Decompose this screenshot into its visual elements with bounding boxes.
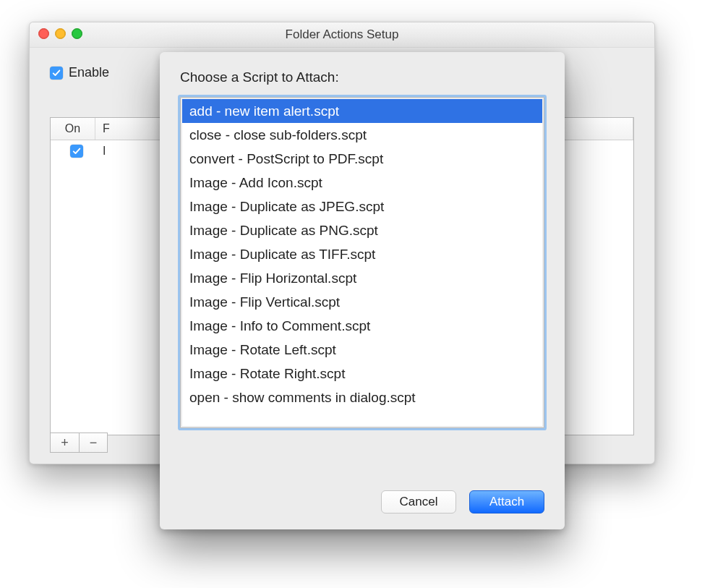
script-item[interactable]: Image - Duplicate as TIFF.scpt <box>182 242 542 266</box>
script-item[interactable]: open - show comments in dialog.scpt <box>182 385 542 409</box>
cancel-button[interactable]: Cancel <box>381 490 456 514</box>
script-item[interactable]: Image - Flip Vertical.scpt <box>182 290 542 314</box>
enable-label: Enable <box>69 65 109 80</box>
script-item[interactable]: convert - PostScript to PDF.scpt <box>182 147 542 171</box>
column-on[interactable]: On <box>51 118 95 140</box>
script-item[interactable]: Image - Add Icon.scpt <box>182 171 542 195</box>
script-item[interactable]: Image - Duplicate as PNG.scpt <box>182 218 542 242</box>
window-title: Folder Actions Setup <box>286 27 399 42</box>
remove-button[interactable]: − <box>79 433 108 453</box>
script-item[interactable]: Image - Rotate Right.scpt <box>182 362 542 385</box>
enable-folder-actions-checkbox[interactable] <box>50 67 63 80</box>
row-enabled-checkbox[interactable] <box>70 145 83 158</box>
script-item[interactable]: Image - Duplicate as JPEG.scpt <box>182 195 542 218</box>
dialog-title: Choose a Script to Attach: <box>180 69 544 85</box>
close-icon[interactable] <box>38 28 49 39</box>
titlebar: Folder Actions Setup <box>30 22 654 48</box>
add-remove-buttons: + − <box>50 433 108 453</box>
attach-button[interactable]: Attach <box>469 490 544 514</box>
script-item[interactable]: add - new item alert.scpt <box>182 99 542 123</box>
script-list-frame: add - new item alert.scptclose - close s… <box>180 97 544 428</box>
add-button[interactable]: + <box>50 433 79 453</box>
script-item[interactable]: Image - Rotate Left.scpt <box>182 338 542 362</box>
script-item[interactable]: close - close sub-folders.scpt <box>182 123 542 147</box>
script-list[interactable]: add - new item alert.scptclose - close s… <box>182 99 542 426</box>
script-item[interactable]: Image - Flip Horizontal.scpt <box>182 266 542 290</box>
choose-script-dialog: Choose a Script to Attach: add - new ite… <box>160 52 565 529</box>
minimize-icon[interactable] <box>55 28 66 39</box>
traffic-lights <box>38 28 82 39</box>
row-folder-name: I <box>95 145 106 158</box>
zoom-icon[interactable] <box>72 28 82 39</box>
script-item[interactable]: Image - Info to Comment.scpt <box>182 314 542 338</box>
